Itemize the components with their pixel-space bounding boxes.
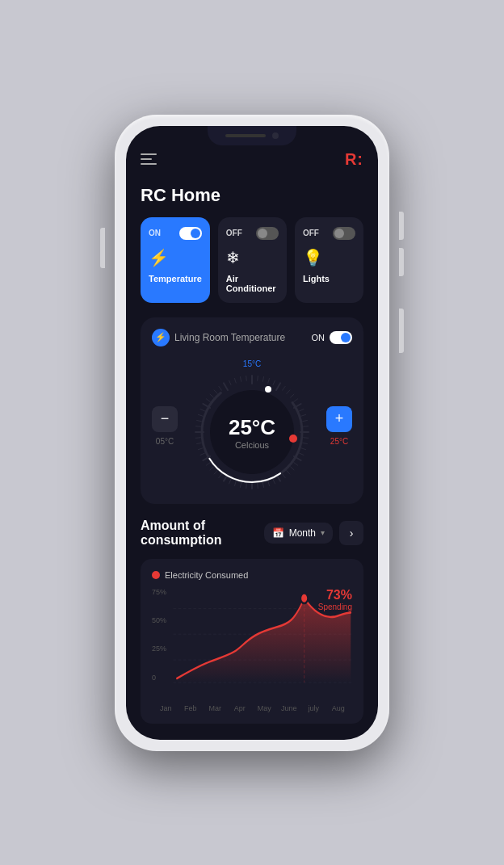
side-button-vol1 [399, 212, 404, 240]
dial-dot-right [289, 435, 297, 443]
spending-badge: 73% Spending [318, 588, 352, 611]
svg-line-38 [210, 466, 213, 469]
max-temp-label: 25°C [330, 437, 348, 446]
left-control: − 05°C [152, 406, 178, 446]
temp-name: Temperature [149, 274, 202, 283]
x-label-july: july [301, 704, 326, 712]
svg-line-13 [303, 420, 308, 421]
ac-toggle[interactable] [256, 227, 279, 240]
svg-line-55 [224, 383, 228, 390]
svg-line-29 [258, 483, 258, 488]
consumption-controls: 📅 Month ▾ › [264, 521, 363, 545]
phone-screen: R: RC Home ON ⚡ Temperature OFF [126, 126, 378, 740]
x-label-feb: Feb [178, 704, 204, 712]
temp-panel-header: ⚡ Living Room Temperature ON [152, 329, 352, 346]
svg-line-8 [291, 394, 294, 397]
x-label-mar: Mar [203, 704, 228, 712]
temperature-panel: ⚡ Living Room Temperature ON − 05°C 15°C [141, 317, 363, 504]
svg-line-12 [301, 414, 306, 416]
app-logo: R: [345, 150, 363, 169]
temp-toggle[interactable] [179, 227, 202, 240]
svg-line-2 [262, 376, 263, 381]
svg-line-17 [303, 443, 308, 443]
svg-line-1 [258, 376, 258, 380]
card-top-temperature: ON [149, 227, 202, 240]
side-button-vol2 [399, 248, 404, 276]
svg-line-14 [304, 426, 309, 426]
top-temp-label: 15°C [243, 359, 261, 368]
temp-panel-status: ON [312, 331, 353, 344]
chart-legend: Electricity Consumed [152, 570, 352, 580]
svg-line-56 [229, 380, 231, 384]
lights-icon: 💡 [303, 248, 355, 267]
menu-line-2 [141, 158, 152, 160]
consumption-title: Amount of consumption [141, 519, 264, 548]
device-cards: ON ⚡ Temperature OFF ❄ Air Conditioner [141, 217, 363, 303]
menu-line-1 [141, 153, 157, 155]
thermostat-area: − 05°C 15°C [152, 359, 352, 493]
side-button-left [100, 228, 105, 268]
svg-line-36 [219, 473, 222, 477]
temperature-unit: Celcious [229, 439, 275, 449]
temp-panel-label: Living Room Temperature [174, 332, 285, 343]
svg-line-31 [246, 483, 247, 488]
consumption-header: Amount of consumption 📅 Month ▾ › [141, 519, 363, 548]
svg-line-59 [246, 376, 247, 380]
chart-card: Electricity Consumed 73% Spending 0 25% … [141, 559, 363, 724]
page-title: RC Home [141, 185, 363, 206]
svg-line-4 [273, 380, 275, 384]
x-label-jan: Jan [153, 704, 178, 712]
chevron-down-icon: ▾ [321, 528, 325, 537]
thermostat-dial: 25°C Celcious [191, 372, 313, 493]
x-label-aug: Aug [326, 704, 351, 712]
svg-line-54 [219, 386, 222, 390]
svg-line-44 [195, 437, 200, 438]
card-top-lights: OFF [303, 227, 355, 240]
card-top-ac: OFF [226, 227, 279, 240]
temp-icon: ⚡ [149, 248, 202, 267]
x-label-apr: Apr [228, 704, 253, 712]
svg-line-32 [240, 482, 241, 487]
notch [208, 126, 296, 145]
lights-status-label: OFF [303, 229, 319, 237]
month-picker[interactable]: 📅 Month ▾ [264, 523, 333, 544]
svg-line-19 [299, 453, 303, 455]
svg-line-28 [262, 482, 263, 487]
device-card-temperature[interactable]: ON ⚡ Temperature [141, 217, 210, 303]
ac-icon: ❄ [226, 248, 279, 267]
temp-panel-toggle[interactable] [330, 331, 352, 344]
calendar-icon: 📅 [272, 527, 284, 539]
notch-camera [272, 132, 279, 139]
svg-line-42 [198, 447, 203, 449]
menu-button[interactable] [141, 153, 157, 165]
lights-toggle[interactable] [333, 227, 355, 240]
device-card-ac[interactable]: OFF ❄ Air Conditioner [218, 217, 287, 303]
svg-line-3 [268, 378, 270, 383]
temp-decrease-button[interactable]: − [152, 406, 178, 432]
svg-line-26 [273, 479, 275, 483]
svg-line-58 [240, 376, 241, 381]
temp-increase-button[interactable]: + [326, 406, 352, 432]
screen-content: R: RC Home ON ⚡ Temperature OFF [126, 126, 378, 740]
svg-line-16 [304, 437, 309, 438]
legend-dot [152, 571, 160, 579]
svg-line-7 [287, 389, 290, 393]
svg-line-24 [283, 473, 286, 477]
svg-line-43 [197, 443, 202, 443]
temp-badge-icon: ⚡ [152, 329, 170, 346]
next-period-button[interactable]: › [339, 521, 363, 545]
chart-peak-dot [300, 593, 308, 603]
svg-line-5 [276, 383, 280, 390]
device-card-lights[interactable]: OFF 💡 Lights [295, 217, 363, 303]
temp-status-label: ON [149, 229, 161, 237]
svg-line-9 [294, 398, 298, 401]
legend-label: Electricity Consumed [165, 570, 248, 580]
svg-line-18 [301, 447, 306, 449]
svg-line-53 [214, 389, 217, 393]
lights-name: Lights [303, 274, 355, 283]
x-axis-labels: Jan Feb Mar Apr May June july Aug [152, 704, 352, 712]
x-label-may: May [252, 704, 277, 712]
svg-line-46 [195, 426, 200, 426]
notch-bar [225, 134, 266, 137]
x-label-june: June [277, 704, 302, 712]
